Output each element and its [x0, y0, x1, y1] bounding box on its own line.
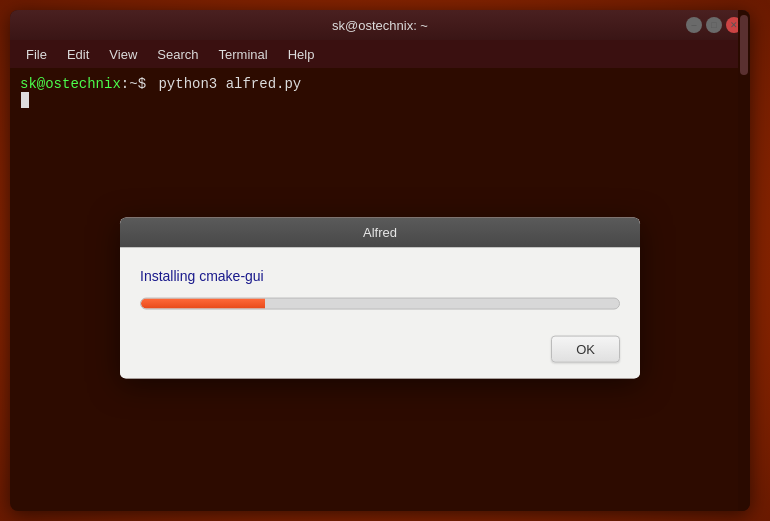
scrollbar-thumb[interactable] [740, 15, 748, 75]
cursor [21, 92, 29, 108]
terminal-menubar: File Edit View Search Terminal Help [10, 40, 750, 68]
alfred-body: Installing cmake-gui [120, 247, 640, 325]
menu-edit[interactable]: Edit [59, 45, 97, 64]
menu-search[interactable]: Search [149, 45, 206, 64]
installing-label: Installing cmake-gui [140, 267, 620, 283]
progress-bar-fill [141, 298, 265, 308]
prompt-separator: :~$ [121, 76, 155, 92]
alfred-title: Alfred [363, 225, 397, 240]
window-controls: – □ ✕ [686, 17, 742, 33]
progress-bar-track [140, 297, 620, 309]
terminal-window: sk@ostechnix: ~ – □ ✕ File Edit View Sea… [10, 10, 750, 511]
prompt-command: python3 alfred.py [158, 76, 301, 92]
alfred-titlebar: Alfred [120, 217, 640, 247]
prompt-user: sk@ostechnix [20, 76, 121, 92]
ok-button[interactable]: OK [551, 335, 620, 362]
terminal-body[interactable]: sk@ostechnix :~$ python3 alfred.py Alfre… [10, 68, 750, 511]
scrollbar-track[interactable] [738, 10, 750, 511]
maximize-button[interactable]: □ [706, 17, 722, 33]
terminal-titlebar: sk@ostechnix: ~ – □ ✕ [10, 10, 750, 40]
menu-file[interactable]: File [18, 45, 55, 64]
alfred-footer: OK [120, 325, 640, 378]
menu-help[interactable]: Help [280, 45, 323, 64]
minimize-button[interactable]: – [686, 17, 702, 33]
menu-view[interactable]: View [101, 45, 145, 64]
menu-terminal[interactable]: Terminal [211, 45, 276, 64]
window-title: sk@ostechnix: ~ [332, 18, 428, 33]
prompt-line: sk@ostechnix :~$ python3 alfred.py [20, 76, 740, 92]
alfred-dialog: Alfred Installing cmake-gui OK [120, 217, 640, 378]
cursor-line [20, 92, 740, 108]
desktop: sk@ostechnix: ~ – □ ✕ File Edit View Sea… [0, 0, 770, 521]
